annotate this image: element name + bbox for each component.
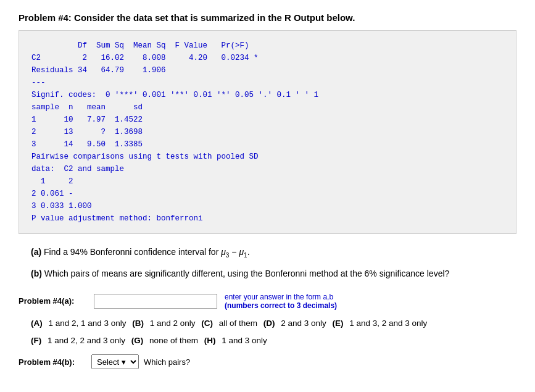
part-a-question: Find a 94% Bonferonni confidence interva…	[44, 247, 250, 257]
problem-number: Problem #4:	[19, 12, 72, 23]
choice-letter: (E)	[333, 319, 344, 328]
choice-letter: (G)	[131, 336, 144, 345]
choice-item: (H) 1 and 3 only	[204, 336, 267, 345]
r-output-line: C2 2 16.02 8.008 4.20 0.0234 *	[31, 52, 504, 64]
choice-letter: (H)	[204, 336, 216, 345]
choices-row: (A) 1 and 2, 1 and 3 only (B) 1 and 2 on…	[31, 316, 516, 349]
answer-row-a: Problem #4(a): enter your answer in the …	[19, 293, 516, 310]
choice-item: (G) none of them	[131, 336, 201, 345]
answer-hint-a: enter your answer in the form a,b (numbe…	[225, 293, 337, 310]
r-output-line: data: C2 and sample	[31, 163, 504, 175]
choice-letter: (F)	[31, 336, 41, 345]
choice-item: (C) all of them	[201, 319, 260, 328]
choice-letter: (C)	[201, 319, 213, 328]
r-output-line: ---	[31, 77, 504, 89]
choice-letter: (A)	[31, 319, 43, 328]
choice-item: (B) 1 and 2 only	[132, 319, 197, 328]
choice-item: (D) 2 and 3 only	[263, 319, 329, 328]
choice-letter: (D)	[263, 319, 275, 328]
r-output-line: Residuals 34 64.79 1.906	[31, 64, 504, 77]
choice-item: (A) 1 and 2, 1 and 3 only	[31, 319, 128, 328]
problem-description: Consider the data set that is summarized…	[74, 12, 355, 23]
choices-row-1: (A) 1 and 2, 1 and 3 only (B) 1 and 2 on…	[31, 316, 516, 331]
problem-4a-label: Problem #4(a):	[19, 296, 86, 306]
choices-row-2: (F) 1 and 2, 2 and 3 only (G) none of th…	[31, 333, 516, 348]
part-a-label: (a)	[31, 247, 41, 257]
problem-b-row: Problem #4(b): Select ▾ (A) (B) (C) (D) …	[19, 354, 516, 369]
hint-line1: enter your answer in the form a,b	[225, 293, 337, 301]
r-output-line: Df Sum Sq Mean Sq F Value Pr(>F)	[31, 40, 504, 52]
problem-4b-label: Problem #4(b):	[19, 357, 86, 367]
r-output-line: Pairwise comparisons using t tests with …	[31, 151, 504, 163]
r-output-line: 3 0.033 1.000	[31, 200, 504, 212]
r-output-line: sample n mean sd	[31, 101, 504, 114]
r-output-box: Df Sum Sq Mean Sq F Value Pr(>F)C2 2 16.…	[19, 30, 516, 234]
which-pairs-label: Which pairs?	[144, 357, 190, 367]
r-output-line: Signif. codes: 0 '***' 0.001 '**' 0.01 '…	[31, 89, 504, 101]
choice-letter: (B)	[132, 319, 144, 328]
part-b-label: (b)	[31, 269, 42, 278]
r-output-line: 2 13 ? 1.3698	[31, 126, 504, 138]
answer-input-a[interactable]	[94, 294, 217, 309]
part-b-question: Which pairs of means are significantly d…	[44, 269, 450, 278]
r-output-line: P value adjustment method: bonferroni	[31, 212, 504, 225]
hint-line2: (numbers correct to 3 decimals)	[225, 301, 337, 310]
select-answer-b[interactable]: Select ▾ (A) (B) (C) (D) (E) (F) (G) (H)	[91, 354, 139, 369]
choice-item: (E) 1 and 3, 2 and 3 only	[333, 319, 428, 328]
r-output-line: 1 10 7.97 1.4522	[31, 114, 504, 126]
problem-title: Problem #4: Consider the data set that i…	[19, 12, 516, 23]
r-output-line: 3 14 9.50 1.3385	[31, 138, 504, 151]
choice-item: (F) 1 and 2, 2 and 3 only	[31, 336, 128, 345]
r-output-line: 1 2	[31, 175, 504, 188]
r-output-line: 2 0.061 -	[31, 188, 504, 200]
section-b: (b) Which pairs of means are significant…	[31, 267, 516, 281]
section-a: (a) Find a 94% Bonferonni confidence int…	[31, 245, 516, 261]
